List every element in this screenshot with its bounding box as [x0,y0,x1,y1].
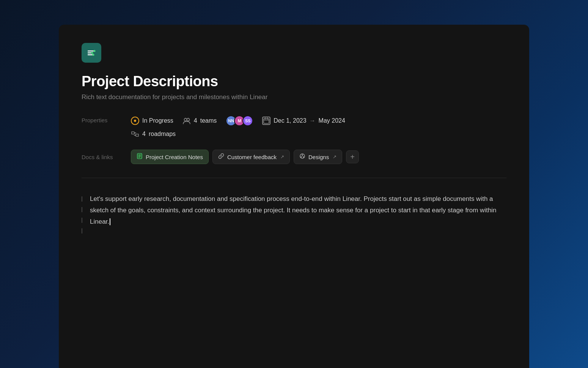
external-link-icon: ↗ [280,154,284,160]
doc-customer-feedback[interactable]: Customer feedback ↗ [212,150,290,164]
svg-line-22 [301,156,302,157]
doc-project-creation-notes[interactable]: Project Creation Notes [131,150,209,164]
cursor-line [82,218,82,223]
app-logo[interactable] [82,43,101,63]
docs-label: Docs & links [82,154,131,160]
svg-point-20 [300,156,302,158]
doc-icon [137,153,143,161]
svg-point-6 [184,118,187,121]
date-start: Dec 1, 2023 [274,117,306,124]
external-link-icon: ↗ [333,154,336,160]
section-divider [82,178,506,178]
doc-label: Project Creation Notes [146,154,203,160]
properties-values: In Progress 4 team [131,115,345,138]
cursor-line [82,196,82,202]
add-doc-button[interactable]: + [346,150,359,163]
status-icon [131,117,139,125]
roadmaps-label: roadmaps [149,131,176,137]
calendar-icon [262,117,270,125]
member-avatars[interactable]: NN M SS [226,115,253,126]
cursor-line [82,207,82,212]
date-range-property[interactable]: Dec 1, 2023 → May 2024 [262,117,345,125]
roadmaps-count: 4 [142,131,146,137]
properties-row-1: In Progress 4 team [131,115,345,126]
teams-icon [182,117,191,125]
link-icon [218,153,224,161]
date-end: May 2024 [319,117,345,124]
app-window: Project Descriptions Rich text documenta… [59,25,529,368]
main-content-area: Let's support early research, documentat… [82,193,506,234]
docs-section: Docs & links Project Creation Notes [82,150,506,164]
svg-point-7 [187,118,189,121]
properties-label: Properties [82,115,131,123]
page-title: Project Descriptions [82,73,506,90]
main-body-text[interactable]: Let's support early research, documentat… [90,193,506,234]
svg-point-21 [303,156,304,158]
cursor-line [82,228,82,234]
svg-point-5 [93,54,94,56]
svg-point-19 [302,155,303,156]
docs-items: Project Creation Notes Customer feedback… [131,150,359,164]
svg-point-4 [91,52,93,54]
arrow-right-icon: → [310,117,316,124]
doc-label: Customer feedback [227,154,277,160]
avatar-ss: SS [242,115,253,126]
svg-line-23 [302,156,303,157]
svg-rect-8 [264,118,269,123]
teams-count: 4 [194,117,197,124]
design-icon [299,153,305,161]
doc-designs[interactable]: Designs ↗ [294,150,342,164]
status-property[interactable]: In Progress [131,117,173,125]
status-label: In Progress [142,117,173,124]
page-subtitle: Rich text documentation for projects and… [82,93,506,101]
teams-label: teams [200,117,217,124]
cursor-lines [82,193,82,234]
svg-point-3 [94,50,96,52]
doc-label: Designs [308,154,329,160]
roadmaps-property[interactable]: 4 roadmaps [131,130,176,138]
properties-section: Properties In Progress [82,115,506,138]
roadmap-icon [131,130,139,138]
properties-row-2: 4 roadmaps [131,130,345,138]
teams-property[interactable]: 4 teams [182,117,217,125]
text-cursor [110,218,110,225]
